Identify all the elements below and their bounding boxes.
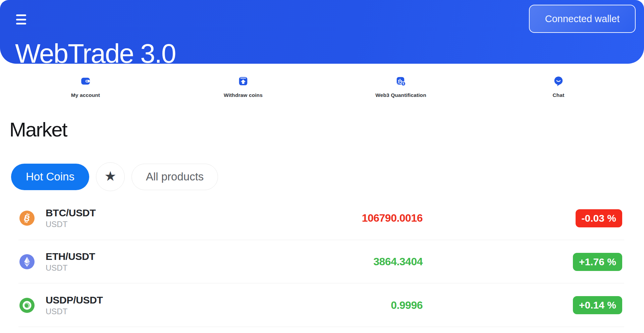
favorites-button[interactable]: ★ — [96, 162, 125, 191]
price-value: 3864.3404 — [373, 256, 423, 268]
quote-label: USDT — [46, 220, 96, 229]
connected-wallet-button[interactable]: Connected wallet — [529, 5, 636, 33]
all-products-tab[interactable]: All products — [131, 164, 218, 190]
market-row-usdp-usdt[interactable]: USDP/USDT USDT 0.9996 +0.14 % — [0, 283, 644, 327]
market-list: B BTC/USDT USDT 106790.0016 -0.03 % ETH/… — [0, 197, 644, 327]
change-badge: -0.03 % — [576, 209, 622, 227]
quick-action-label: Web3 Quantification — [375, 92, 426, 98]
eth-icon — [19, 254, 35, 269]
web3-quantification-icon: $ — [395, 76, 406, 87]
change-badge: +1.76 % — [573, 253, 622, 271]
withdraw-coins-icon — [238, 76, 249, 87]
page: Connected wallet WebTrade 3.0 My account… — [0, 0, 644, 333]
menu-icon[interactable] — [16, 14, 26, 26]
market-filters: Hot Coins ★ All products — [11, 162, 218, 191]
quick-action-label: My account — [71, 92, 100, 98]
quote-label: USDT — [46, 307, 103, 316]
brand-title: WebTrade 3.0 — [15, 38, 176, 64]
header-banner: Connected wallet WebTrade 3.0 — [0, 0, 644, 64]
page-title: Market — [9, 118, 67, 141]
quote-label: USDT — [46, 263, 95, 273]
change-badge: +0.14 % — [573, 296, 622, 314]
hot-coins-tab[interactable]: Hot Coins — [11, 164, 89, 190]
usdp-icon — [19, 298, 35, 313]
quick-action-withdraw-coins[interactable]: Withdraw coins — [164, 76, 322, 101]
market-row-btc-usdt[interactable]: B BTC/USDT USDT 106790.0016 -0.03 % — [0, 197, 644, 240]
svg-text:$: $ — [402, 82, 404, 85]
quick-actions-bar: My account Withdraw coins $ Web3 Quantif… — [0, 64, 644, 101]
star-icon: ★ — [104, 169, 116, 183]
price-value: 106790.0016 — [362, 212, 423, 224]
quick-action-web3-quantification[interactable]: $ Web3 Quantification — [322, 76, 480, 101]
pair-label: ETH/USDT — [46, 251, 95, 262]
chat-icon — [553, 76, 564, 87]
quick-action-label: Withdraw coins — [224, 92, 263, 98]
quick-action-label: Chat — [553, 92, 565, 98]
pair-label: USDP/USDT — [46, 294, 103, 306]
wallet-icon — [80, 76, 91, 87]
quick-action-chat[interactable]: Chat — [480, 76, 637, 101]
market-row-eth-usdt[interactable]: ETH/USDT USDT 3864.3404 +1.76 % — [0, 240, 644, 284]
btc-icon: B — [19, 211, 35, 226]
quick-action-my-account[interactable]: My account — [7, 76, 164, 101]
pair-label: BTC/USDT — [46, 207, 96, 219]
price-value: 0.9996 — [391, 299, 423, 312]
